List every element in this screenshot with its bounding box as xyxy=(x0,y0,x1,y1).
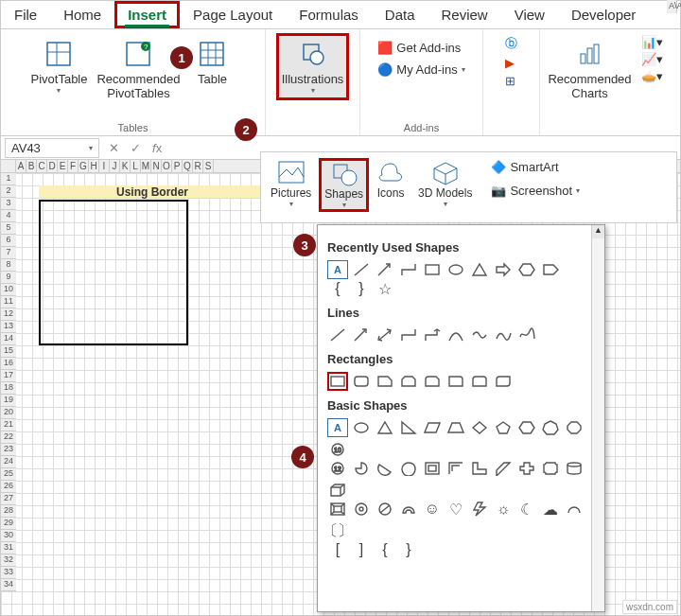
smiley-shape[interactable]: ☺ xyxy=(422,500,443,519)
rect-shape[interactable] xyxy=(422,260,443,279)
recommended-pivot-button[interactable]: ? Recommended PivotTables xyxy=(93,35,183,104)
tab-file[interactable]: File xyxy=(1,1,50,28)
pictures-button[interactable]: Pictures▾ xyxy=(265,158,317,210)
lbrace-shape[interactable]: { xyxy=(375,540,395,559)
line-shape[interactable] xyxy=(351,260,372,279)
scrollbar[interactable]: ▲ xyxy=(591,225,604,611)
round2-shape[interactable] xyxy=(469,372,490,391)
round1-shape[interactable] xyxy=(445,372,466,391)
arrow-shape[interactable] xyxy=(375,260,395,279)
lbracket-shape[interactable]: [ xyxy=(327,540,348,559)
textbox-shape[interactable]: A xyxy=(327,418,348,437)
freeform-shape[interactable] xyxy=(493,326,514,344)
curve-shape[interactable] xyxy=(445,326,466,344)
chart-tiny-icon[interactable]: 📈▾ xyxy=(641,52,663,66)
rarrow-shape[interactable] xyxy=(493,260,514,279)
cancel-icon[interactable]: ✕ xyxy=(103,141,125,155)
diagstripe-shape[interactable] xyxy=(493,459,514,478)
line-shape[interactable] xyxy=(327,326,348,344)
chord-shape[interactable] xyxy=(375,459,395,478)
fx-icon[interactable]: fx xyxy=(147,141,167,155)
lbrace-shape[interactable]: { xyxy=(327,279,348,298)
decagon-shape[interactable]: 10 xyxy=(327,440,348,459)
3d-models-button[interactable]: 3D Models▾ xyxy=(412,158,478,210)
rbrace-shape[interactable]: } xyxy=(351,279,372,298)
diamond-shape[interactable] xyxy=(469,418,490,437)
can-shape[interactable] xyxy=(564,459,585,478)
lshape-shape[interactable] xyxy=(469,459,490,478)
oval-shape[interactable] xyxy=(351,418,372,437)
pentarrow-shape[interactable] xyxy=(540,260,561,279)
tab-review[interactable]: Review xyxy=(428,1,501,28)
triangle-shape[interactable] xyxy=(375,418,395,437)
screenshot-button[interactable]: 📷Screenshot▾ xyxy=(487,182,584,200)
elbow-arrow-shape[interactable] xyxy=(422,326,443,344)
name-box[interactable]: AV43▾ xyxy=(5,138,99,158)
pivottable-button[interactable]: PivotTable ▾ xyxy=(26,35,94,98)
rbracket-shape[interactable]: ] xyxy=(351,540,372,559)
line-arrow-shape[interactable] xyxy=(351,326,372,344)
illustrations-button[interactable]: Illustrations ▾ xyxy=(276,33,350,100)
triangle-shape[interactable] xyxy=(469,260,490,279)
noentry-shape[interactable] xyxy=(375,500,395,519)
teardrop-shape[interactable] xyxy=(398,459,419,478)
round-diag-shape[interactable] xyxy=(493,372,514,391)
line-double-shape[interactable] xyxy=(375,326,395,344)
tab-formulas[interactable]: Formulas xyxy=(286,1,372,28)
donut-shape[interactable] xyxy=(351,500,372,519)
shapes-button[interactable]: Shapes▾ xyxy=(319,158,369,212)
rounded-rect-shape[interactable] xyxy=(351,372,372,391)
plaque-shape[interactable] xyxy=(540,459,561,478)
snip2-rect-shape[interactable] xyxy=(398,372,419,391)
hexagon-shape[interactable] xyxy=(516,418,537,437)
rectangle-shape[interactable] xyxy=(327,372,348,391)
chart-tiny-icon[interactable]: 📊▾ xyxy=(641,35,663,49)
parallelogram-shape[interactable] xyxy=(422,418,443,437)
lightning-shape[interactable] xyxy=(469,500,490,519)
rbrace-shape[interactable]: } xyxy=(398,540,419,559)
pentagon-shape[interactable] xyxy=(493,418,514,437)
cube-shape[interactable] xyxy=(327,481,348,500)
my-addins-button[interactable]: 🔵My Add-ins▾ xyxy=(374,61,468,79)
hexagon-shape[interactable] xyxy=(516,260,537,279)
bevel-shape[interactable] xyxy=(327,500,348,519)
tab-home[interactable]: Home xyxy=(50,1,114,28)
dodecagon-shape[interactable]: 12 xyxy=(327,459,348,478)
textbox-shape[interactable]: A xyxy=(327,260,348,279)
get-addins-button[interactable]: 🟥Get Add-ins xyxy=(374,39,464,57)
pie-shape[interactable] xyxy=(351,459,372,478)
arc-shape[interactable] xyxy=(564,500,585,519)
visio-icon[interactable]: ⊞ xyxy=(505,74,515,88)
moon-shape[interactable]: ☾ xyxy=(516,500,537,519)
icons-button[interactable]: Icons xyxy=(371,158,410,202)
smartart-button[interactable]: 🔷SmartArt xyxy=(487,158,584,176)
heptagon-shape[interactable] xyxy=(540,418,561,437)
tab-insert[interactable]: Insert xyxy=(114,1,180,28)
scribble-shape[interactable] xyxy=(516,326,537,344)
bing-icon[interactable]: ⓑ xyxy=(505,35,517,52)
elbow-shape[interactable] xyxy=(398,326,419,344)
curve2-shape[interactable] xyxy=(469,326,490,344)
oval-shape[interactable] xyxy=(445,260,466,279)
trapezoid-shape[interactable] xyxy=(445,418,466,437)
heart-shape[interactable]: ♡ xyxy=(445,500,466,519)
tab-view[interactable]: View xyxy=(501,1,558,28)
connector-shape[interactable] xyxy=(398,260,419,279)
table-button[interactable]: Table xyxy=(183,35,240,90)
frame-shape[interactable] xyxy=(422,459,443,478)
snipround-shape[interactable] xyxy=(422,372,443,391)
tab-pagelayout[interactable]: Page Layout xyxy=(180,1,286,28)
snip1-rect-shape[interactable] xyxy=(375,372,395,391)
halfframe-shape[interactable] xyxy=(445,459,466,478)
blockarc-shape[interactable] xyxy=(398,500,419,519)
doublebracket-shape[interactable]: 〔〕 xyxy=(327,521,348,540)
sun-shape[interactable]: ☼ xyxy=(493,500,514,519)
octagon-shape[interactable] xyxy=(564,418,585,437)
scroll-up-icon[interactable]: ▲ xyxy=(592,225,604,238)
tab-data[interactable]: Data xyxy=(372,1,428,28)
cloud-shape[interactable]: ☁ xyxy=(540,500,561,519)
recommended-charts-button[interactable]: Recommended Charts xyxy=(542,35,637,104)
check-icon[interactable]: ✓ xyxy=(125,141,147,155)
chart-tiny-icon[interactable]: 🥧▾ xyxy=(641,69,663,83)
plus-shape[interactable] xyxy=(516,459,537,478)
